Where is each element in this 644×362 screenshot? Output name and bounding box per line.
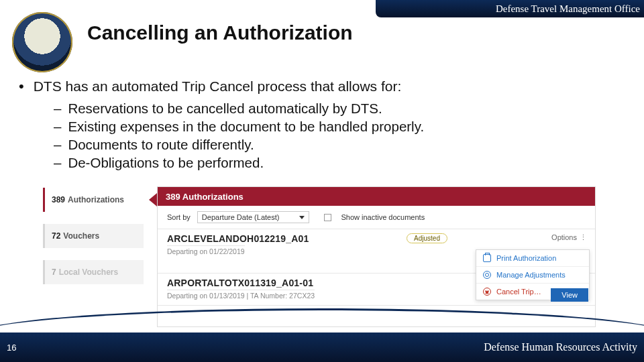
sidebar-count: 72 (52, 231, 60, 241)
sidebar-count: 389 (52, 195, 65, 204)
document-meta: Departing on 01/13/2019 | TA Number: 27C… (167, 290, 315, 300)
view-button[interactable]: View (551, 288, 588, 302)
documents-panel: 389 Authorizations Sort by Departure Dat… (157, 186, 596, 327)
document-row[interactable]: ARCLEVELANDOH012219_A01 Departing on 01/… (158, 229, 595, 274)
active-pointer-icon (149, 193, 157, 206)
menu-label: Print Authorization (496, 254, 556, 262)
footer-org: Defense Human Resources Activity (484, 341, 637, 353)
body-content: DTS has an automated Trip Cancel process… (19, 78, 625, 171)
show-inactive-checkbox[interactable] (324, 214, 331, 221)
sidebar-count: 7 (52, 267, 56, 277)
lead-bullet: DTS has an automated Trip Cancel process… (19, 78, 625, 95)
page-title: Cancelling an Authorization (87, 21, 353, 44)
sidebar-item-local-vouchers[interactable]: 7 Local Vouchers (43, 260, 144, 284)
kebab-icon: ⋮ (580, 233, 588, 241)
options-label: Options (551, 233, 577, 241)
menu-print-authorization[interactable]: Print Authorization (476, 250, 589, 267)
slide: Defense Travel Management Office Cancell… (0, 0, 644, 362)
status-badge: Adjusted (407, 233, 447, 243)
sidebar-item-authorizations[interactable]: 389 Authorizations (43, 188, 144, 212)
document-meta: Departing on 01/22/2019 (167, 245, 245, 255)
sort-select[interactable]: Departure Date (Latest) (197, 211, 310, 223)
sidebar-item-vouchers[interactable]: 72 Vouchers (43, 224, 144, 248)
print-icon (483, 254, 491, 262)
document-name: ARCLEVELANDOH012219_A01 (167, 233, 586, 244)
page-number: 16 (7, 343, 16, 353)
doc-type-sidebar: 389 Authorizations 72 Vouchers 7 Local V… (43, 188, 144, 296)
options-trigger[interactable]: Options⋮ (551, 233, 588, 242)
show-inactive-label: Show inactive documents (341, 213, 425, 221)
sub-bullet: Reservations to be cancelled automatical… (54, 101, 625, 117)
sort-row: Sort by Departure Date (Latest) Show ina… (158, 206, 595, 229)
sub-bullet: Existing expenses in the document to be … (54, 119, 625, 135)
sub-bullet: De-Obligations to be performed. (54, 155, 625, 171)
dod-seal-icon (12, 12, 72, 72)
sort-label: Sort by (167, 213, 191, 221)
document-name: ARPORTALTOTX011319_A01-01 (167, 278, 586, 288)
sub-bullets: Reservations to be cancelled automatical… (54, 101, 625, 171)
dts-screenshot: 389 Authorizations 72 Vouchers 7 Local V… (40, 186, 597, 330)
footer: 16 Defense Human Resources Activity (0, 333, 644, 362)
sort-value: Departure Date (Latest) (202, 213, 280, 221)
document-row[interactable]: ARPORTALTOTX011319_A01-01 Departing on 0… (158, 274, 595, 306)
office-banner: Defense Travel Management Office (376, 0, 644, 17)
panel-header: 389 Authorizations (158, 187, 595, 206)
sub-bullet: Documents to route differently. (54, 137, 625, 153)
sidebar-label: Local Vouchers (59, 267, 118, 277)
sidebar-label: Vouchers (63, 231, 99, 241)
sidebar-label: Authorizations (68, 195, 124, 204)
office-name: Defense Travel Management Office (496, 3, 640, 15)
